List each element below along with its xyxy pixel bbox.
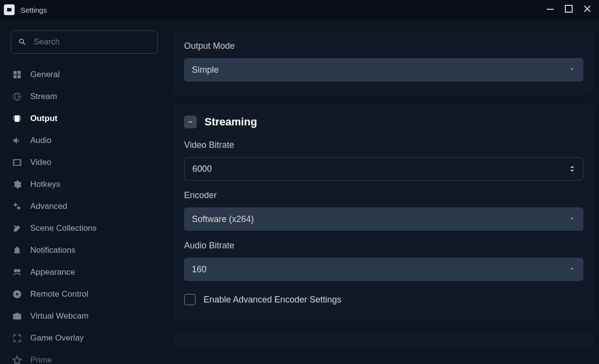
output-mode-panel: Output Mode Simple <box>173 30 594 94</box>
sidebar-item-video[interactable]: Video <box>7 151 162 173</box>
app-icon <box>4 4 15 15</box>
svg-rect-3 <box>547 9 554 10</box>
encoder-select[interactable]: Software (x264) <box>184 207 583 231</box>
sidebar-item-appearance[interactable]: Appearance <box>7 261 162 283</box>
svg-point-26 <box>18 206 20 209</box>
svg-rect-20 <box>14 162 15 163</box>
encoder-label: Encoder <box>184 190 583 201</box>
sidebar-item-remote-control[interactable]: Remote Control <box>7 283 162 305</box>
svg-point-10 <box>16 93 19 100</box>
svg-rect-19 <box>14 160 15 161</box>
select-value: Simple <box>192 65 219 75</box>
video-bitrate-label: Video Bitrate <box>184 140 583 150</box>
film-icon <box>11 156 23 169</box>
step-up-icon[interactable] <box>569 165 575 169</box>
minimize-button[interactable] <box>546 5 554 15</box>
sidebar-item-label: Game Overlay <box>30 333 84 343</box>
svg-rect-21 <box>14 164 15 165</box>
audio-bitrate-label: Audio Bitrate <box>184 241 583 251</box>
svg-point-28 <box>17 269 21 272</box>
sidebar-item-label: Scene Collections <box>30 223 97 233</box>
bell-icon <box>11 244 23 257</box>
svg-rect-6 <box>18 71 21 74</box>
grid-icon <box>11 68 23 81</box>
sidebar-item-label: Notifications <box>30 245 76 255</box>
appearance-icon <box>11 266 23 279</box>
next-panel-stub <box>173 333 594 347</box>
svg-rect-11 <box>15 115 20 121</box>
sidebar-item-advanced[interactable]: Advanced <box>7 195 162 217</box>
sidebar-item-game-overlay[interactable]: Game Overlay <box>7 327 162 349</box>
gear-icon <box>11 178 23 191</box>
output-mode-label: Output Mode <box>184 41 583 51</box>
sidebar-item-label: General <box>30 70 60 80</box>
sidebar-item-label: Stream <box>30 92 57 101</box>
globe-icon <box>11 90 23 103</box>
step-down-icon[interactable] <box>569 169 575 173</box>
sidebar: General Stream Output Audio Video Hotkey… <box>0 20 168 364</box>
streaming-title: Streaming <box>205 116 257 128</box>
svg-rect-15 <box>20 116 21 117</box>
video-bitrate-input[interactable]: 6000 <box>184 157 583 181</box>
chevron-down-icon <box>569 214 576 224</box>
chevron-down-icon <box>569 65 576 75</box>
svg-rect-14 <box>14 119 15 120</box>
sidebar-item-label: Output <box>30 114 58 123</box>
svg-rect-22 <box>20 160 21 161</box>
svg-rect-4 <box>565 5 572 12</box>
svg-point-27 <box>14 269 17 272</box>
sidebar-item-notifications[interactable]: Notifications <box>7 239 162 261</box>
window-title: Settings <box>21 6 47 14</box>
search-field[interactable] <box>34 37 150 47</box>
svg-rect-7 <box>14 75 17 78</box>
output-mode-select[interactable]: Simple <box>184 58 583 81</box>
speaker-icon <box>11 134 23 147</box>
main-content: Output Mode Simple Streaming Video Bitra… <box>168 20 599 364</box>
sidebar-item-general[interactable]: General <box>7 63 162 85</box>
star-icon <box>11 354 23 364</box>
sidebar-item-scene-collections[interactable]: Scene Collections <box>7 217 162 239</box>
close-button[interactable] <box>583 5 591 15</box>
svg-rect-24 <box>20 164 21 165</box>
collapse-button[interactable] <box>184 116 197 128</box>
search-input[interactable] <box>11 30 158 54</box>
svg-rect-2 <box>10 9 10 10</box>
svg-point-9 <box>14 93 21 100</box>
sidebar-item-label: Prime <box>30 355 52 364</box>
play-circle-icon <box>11 288 23 301</box>
svg-rect-0 <box>7 8 11 12</box>
svg-rect-30 <box>188 121 192 122</box>
sidebar-item-label: Virtual Webcam <box>30 311 88 321</box>
numeric-value: 6000 <box>192 164 212 174</box>
chip-icon <box>11 112 23 125</box>
svg-rect-23 <box>20 162 21 163</box>
enable-advanced-checkbox[interactable] <box>184 294 196 305</box>
sidebar-item-label: Video <box>30 158 51 167</box>
maximize-button[interactable] <box>565 5 573 15</box>
svg-rect-13 <box>14 118 15 119</box>
sidebar-item-label: Hotkeys <box>30 180 60 189</box>
sidebar-item-output[interactable]: Output <box>7 107 162 129</box>
svg-rect-12 <box>14 116 15 117</box>
chevron-down-icon <box>569 264 576 275</box>
sidebar-nav: General Stream Output Audio Video Hotkey… <box>7 63 162 364</box>
sidebar-item-label: Advanced <box>30 202 67 211</box>
svg-rect-17 <box>20 119 21 120</box>
sidebar-item-hotkeys[interactable]: Hotkeys <box>7 173 162 195</box>
gears-icon <box>11 200 23 213</box>
select-value: Software (x264) <box>192 214 254 224</box>
streaming-panel: Streaming Video Bitrate 6000 Encoder Sof… <box>173 105 594 318</box>
titlebar: Settings <box>0 0 599 20</box>
sidebar-item-label: Appearance <box>30 267 75 277</box>
camera-icon <box>11 310 23 323</box>
sidebar-item-label: Audio <box>30 136 51 145</box>
audio-bitrate-select[interactable]: 160 <box>184 258 583 281</box>
sidebar-item-audio[interactable]: Audio <box>7 129 162 151</box>
svg-point-25 <box>14 203 17 206</box>
sidebar-item-virtual-webcam[interactable]: Virtual Webcam <box>7 305 162 327</box>
sidebar-item-stream[interactable]: Stream <box>7 85 162 107</box>
svg-rect-16 <box>20 118 21 119</box>
enable-advanced-label: Enable Advanced Encoder Settings <box>204 295 341 305</box>
sidebar-item-label: Remote Control <box>30 289 88 299</box>
sidebar-item-prime[interactable]: Prime <box>7 349 162 364</box>
